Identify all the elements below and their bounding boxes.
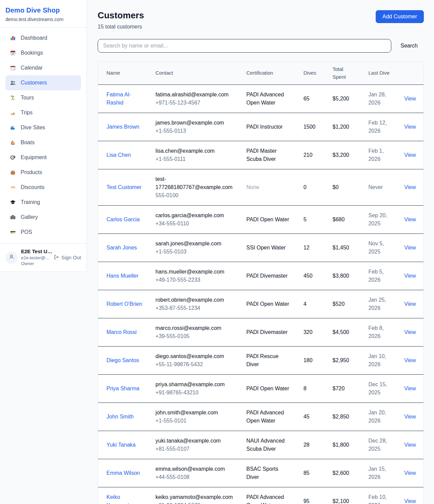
trips-icon: [9, 110, 16, 116]
sidebar-item-bookings[interactable]: 17Bookings: [5, 45, 81, 60]
customer-last-dive: Nov 5, 2025: [360, 234, 396, 262]
customer-name-link[interactable]: James Brown: [106, 124, 139, 130]
customer-certification: PADI Divemaster: [246, 328, 292, 336]
customer-certification: None: [246, 183, 292, 191]
sidebar-item-label: Tours: [21, 95, 34, 101]
customer-phone: +55-11-99876-5432: [156, 360, 235, 369]
sidebar-item-dashboard[interactable]: Dashboard: [5, 31, 81, 45]
customer-certification: PADI Master Scuba Diver: [246, 147, 292, 163]
customer-dives: 28: [295, 431, 324, 459]
equipment-icon: [9, 154, 16, 161]
view-link[interactable]: View: [404, 414, 416, 419]
customer-last-dive: Feb 5, 2026: [360, 262, 396, 290]
customer-name-link[interactable]: Yuki Tanaka: [106, 442, 136, 448]
customer-total-spent: $4,500: [324, 318, 360, 347]
customer-name-link[interactable]: Lisa Chen: [106, 152, 131, 158]
table-row: Diego Santosdiego.santos@example.com+55-…: [98, 347, 423, 375]
add-customer-button[interactable]: Add Customer: [376, 10, 424, 23]
customer-certification: NAUI Advanced Scuba Diver: [246, 437, 292, 453]
sidebar-item-label: Bookings: [21, 50, 43, 56]
customer-certification: BSAC Sports Diver: [246, 465, 292, 481]
view-link[interactable]: View: [404, 329, 416, 335]
sidebar-item-calendar[interactable]: Calendar: [5, 60, 81, 75]
view-link[interactable]: View: [404, 442, 416, 448]
boats-icon: [9, 139, 16, 146]
customer-phone: +1-555-0111: [156, 155, 235, 163]
customers-table-card: NameContactCertificationDivesTotal Spent…: [98, 61, 424, 504]
customer-dives: 1500: [295, 113, 324, 141]
view-link[interactable]: View: [404, 245, 416, 250]
customer-name-link[interactable]: Sarah Jones: [106, 245, 137, 250]
customer-last-dive: Never: [360, 169, 396, 206]
customer-total-spent: $2,950: [324, 347, 360, 375]
sidebar-item-label: Discounts: [21, 184, 44, 190]
person-icon: [8, 253, 15, 262]
customer-phone: +34-555-0110: [156, 220, 235, 228]
customer-name-link[interactable]: Fatima Al-Rashid: [106, 92, 131, 106]
sidebar-item-label: Calendar: [21, 65, 43, 71]
customer-name-link[interactable]: Keiko Yamamoto: [106, 494, 132, 504]
avatar: [5, 251, 18, 264]
view-link[interactable]: View: [404, 498, 416, 504]
customer-name-link[interactable]: John Smith: [106, 414, 134, 419]
view-link[interactable]: View: [404, 386, 416, 391]
view-link[interactable]: View: [404, 273, 416, 279]
sidebar-item-customers[interactable]: Customers: [5, 75, 81, 90]
customer-name-link[interactable]: Test Customer: [106, 184, 141, 190]
view-link[interactable]: View: [404, 301, 416, 307]
sidebar-item-training[interactable]: Training: [5, 195, 81, 210]
customer-name-link[interactable]: Emma Wilson: [106, 470, 140, 476]
customer-phone: +1-555-0103: [156, 248, 235, 256]
sidebar-item-label: Trips: [21, 110, 33, 116]
svg-text:17: 17: [12, 53, 14, 55]
customer-total-spent: $680: [324, 206, 360, 234]
view-link[interactable]: View: [404, 470, 416, 476]
view-link[interactable]: View: [404, 152, 416, 158]
sidebar-item-equipment[interactable]: Equipment: [5, 150, 81, 165]
sidebar-item-label: Dive Sites: [21, 125, 45, 131]
customer-phone: +81-555-0107: [156, 445, 235, 453]
customer-total-spent: $5,200: [324, 85, 360, 113]
customer-name-link[interactable]: Marco Rossi: [106, 329, 137, 335]
customer-last-dive: Feb 8, 2026: [360, 318, 396, 347]
customer-name-link[interactable]: Carlos Garcia: [106, 217, 140, 222]
customer-name-link[interactable]: Robert O'Brien: [106, 301, 142, 307]
table-header-row: NameContactCertificationDivesTotal Spent…: [98, 62, 423, 85]
customer-last-dive: Jan 25, 2026: [360, 290, 396, 318]
search-button[interactable]: Search: [400, 43, 418, 49]
sign-out-button[interactable]: Sign Out: [53, 254, 81, 261]
customer-last-dive: Jan 10, 2026: [360, 347, 396, 375]
customer-phone: +39-555-0105: [156, 332, 235, 340]
brand-link[interactable]: Demo Dive Shop demo.test.divestreams.com: [0, 0, 86, 27]
sidebar-item-label: Equipment: [21, 154, 47, 161]
customer-dives: 320: [295, 318, 324, 347]
sidebar-item-trips[interactable]: Trips: [5, 105, 81, 120]
sidebar-item-boats[interactable]: Boats: [5, 135, 81, 150]
view-link[interactable]: View: [404, 217, 416, 222]
sidebar-item-tours[interactable]: Tours: [5, 90, 81, 105]
view-link[interactable]: View: [404, 124, 416, 130]
sidebar-item-label: Training: [21, 199, 40, 205]
sidebar-item-pos[interactable]: POS: [5, 225, 81, 240]
customer-phone: +91-98765-43210: [156, 389, 235, 397]
sidebar-item-dive-sites[interactable]: Dive Sites: [5, 120, 81, 135]
customer-last-dive: Jan 28, 2026: [360, 85, 396, 113]
customer-name-link[interactable]: Hans Mueller: [106, 273, 138, 279]
customer-name-link[interactable]: Diego Santos: [106, 357, 139, 363]
customer-phone: +1-555-0101: [156, 417, 235, 425]
customer-name-link[interactable]: Priya Sharma: [106, 386, 139, 391]
customer-last-dive: Sep 20, 2025: [360, 206, 396, 234]
sign-out-label: Sign Out: [61, 255, 81, 260]
column-header-certification: Certification: [238, 62, 295, 85]
customer-total-spent: $2,600: [324, 459, 360, 487]
user-name: E2E Test U…: [21, 248, 50, 254]
sidebar-item-discounts[interactable]: Discounts: [5, 180, 81, 195]
training-icon: [9, 199, 16, 205]
view-link[interactable]: View: [404, 357, 416, 363]
sidebar-item-products[interactable]: Products: [5, 165, 81, 180]
customer-dives: 210: [295, 141, 324, 169]
search-input[interactable]: [98, 39, 391, 53]
view-link[interactable]: View: [404, 184, 416, 190]
sidebar-item-gallery[interactable]: Gallery: [5, 210, 81, 225]
view-link[interactable]: View: [404, 96, 416, 101]
